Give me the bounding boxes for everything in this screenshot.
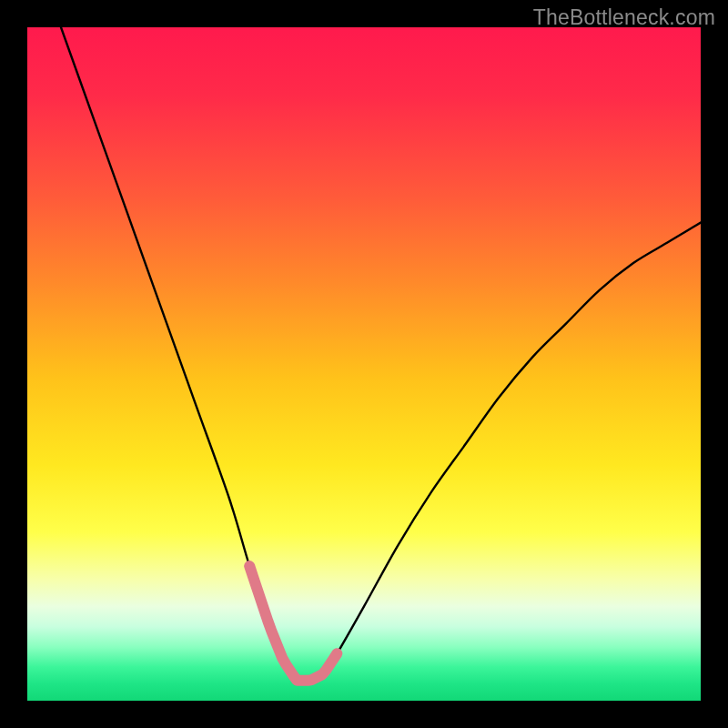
watermark-text: TheBottleneck.com bbox=[533, 5, 715, 30]
gradient-background bbox=[27, 27, 701, 701]
bottleneck-chart bbox=[0, 0, 728, 728]
chart-frame: TheBottleneck.com bbox=[0, 0, 728, 728]
